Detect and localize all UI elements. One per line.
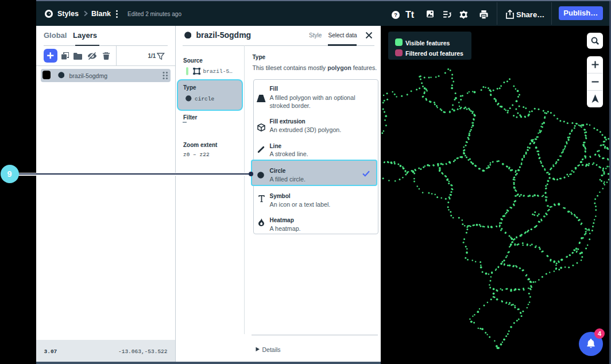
svg-text:?: ? [394,12,397,18]
